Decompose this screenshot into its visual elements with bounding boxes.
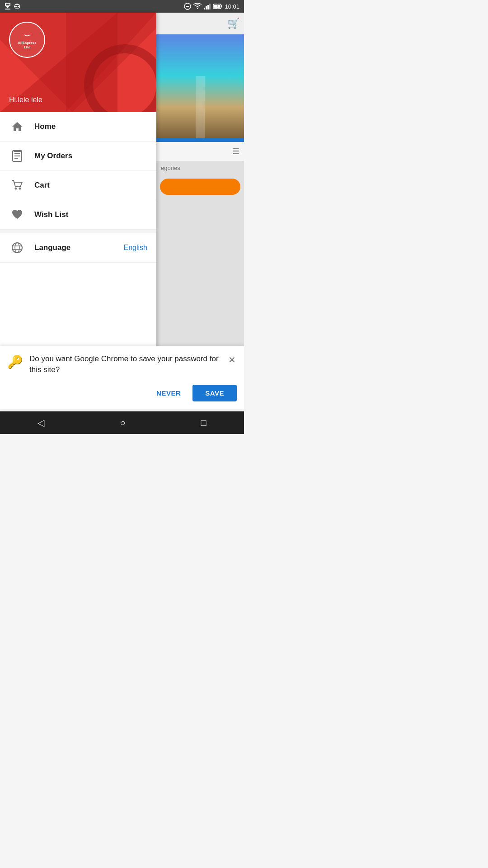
- svg-point-6: [15, 6, 17, 7]
- password-banner-text: Do you want Google Chrome to save your p…: [29, 354, 227, 376]
- language-icon: [9, 242, 25, 254]
- status-icons-left: [5, 3, 21, 10]
- svg-rect-14: [206, 6, 207, 9]
- lighthouse-image: [156, 34, 244, 138]
- bg-categories-hint: egories: [156, 161, 244, 175]
- svg-point-31: [12, 243, 22, 253]
- bg-image-area: [156, 34, 244, 138]
- svg-line-22: [217, 4, 218, 9]
- svg-rect-12: [186, 6, 189, 7]
- status-bar: 10:01: [0, 0, 244, 13]
- orders-icon: [9, 150, 25, 162]
- svg-marker-23: [12, 122, 22, 131]
- bg-orange-button: [160, 179, 240, 195]
- svg-point-30: [19, 188, 21, 190]
- save-button[interactable]: SAVE: [192, 385, 237, 401]
- svg-rect-8: [16, 4, 18, 5]
- svg-rect-28: [14, 150, 21, 152]
- cart-label: Cart: [34, 181, 147, 190]
- svg-point-32: [15, 243, 19, 253]
- logo-text: AllExpress Lite: [18, 41, 36, 49]
- status-icons-right: 10:01: [184, 3, 239, 10]
- road-line: [196, 76, 205, 138]
- drawer-item-language[interactable]: Language English: [0, 233, 156, 263]
- home-label: Home: [34, 122, 147, 131]
- battery-icon: [213, 3, 222, 9]
- bg-blue-bar: [156, 138, 244, 142]
- drawer-item-home[interactable]: Home: [0, 112, 156, 142]
- heart-icon: [9, 209, 25, 220]
- svg-rect-1: [5, 4, 6, 6]
- svg-marker-3: [5, 5, 10, 8]
- orders-label: My Orders: [34, 151, 147, 160]
- navigation-bar: ◁ ○ □: [0, 411, 244, 434]
- bg-content: 🛒 ☰ egories: [156, 13, 244, 386]
- svg-rect-2: [9, 4, 10, 6]
- svg-rect-13: [204, 8, 205, 9]
- password-banner: 🔑 Do you want Google Chrome to save your…: [0, 346, 244, 409]
- mute-icon: [184, 3, 191, 10]
- never-button[interactable]: NEVER: [149, 385, 188, 401]
- drawer-item-wish-list[interactable]: Wish List: [0, 200, 156, 230]
- download-icon: [5, 3, 11, 10]
- password-banner-actions: NEVER SAVE: [7, 385, 237, 401]
- hamburger-icon: ☰: [232, 146, 239, 156]
- svg-rect-16: [209, 4, 211, 9]
- drawer-divider: [0, 230, 156, 233]
- cart-icon: [9, 179, 25, 191]
- drawer-greeting: Hi,lele lele: [9, 96, 42, 104]
- drawer-menu: Home My Orders: [0, 112, 156, 386]
- home-icon: [9, 121, 25, 132]
- back-nav-icon[interactable]: ◁: [38, 417, 44, 428]
- language-value: English: [124, 244, 147, 252]
- logo-circle: ⌣ AllExpress Lite: [9, 22, 45, 58]
- svg-rect-9: [14, 6, 15, 7]
- bg-controls: ☰: [156, 142, 244, 161]
- status-time: 10:01: [225, 3, 239, 10]
- home-nav-icon[interactable]: ○: [120, 418, 125, 428]
- svg-rect-10: [19, 6, 20, 7]
- svg-point-29: [15, 188, 17, 190]
- signal-icon: [204, 3, 211, 9]
- key-icon: 🔑: [7, 354, 23, 369]
- drawer-header: ⌣ AllExpress Lite Hi,lele lele: [0, 13, 156, 112]
- drawer-item-cart[interactable]: Cart: [0, 171, 156, 200]
- wish-list-label: Wish List: [34, 210, 147, 219]
- robot-icon: [14, 3, 21, 10]
- password-banner-header: 🔑 Do you want Google Chrome to save your…: [7, 354, 237, 376]
- close-banner-button[interactable]: ✕: [227, 354, 237, 366]
- bg-cart-icon: 🛒: [227, 18, 239, 29]
- svg-rect-4: [5, 9, 10, 9]
- wifi-icon: [193, 3, 202, 9]
- language-label: Language: [34, 243, 124, 252]
- drawer: ⌣ AllExpress Lite Hi,lele lele Home: [0, 13, 156, 386]
- main-content: ⌣ AllExpress Lite Hi,lele lele Home: [0, 13, 244, 386]
- svg-rect-18: [221, 5, 222, 8]
- bg-top-bar: 🛒: [156, 13, 244, 34]
- recents-nav-icon[interactable]: □: [201, 418, 206, 428]
- svg-rect-15: [207, 5, 209, 9]
- svg-rect-0: [5, 3, 10, 4]
- drawer-item-my-orders[interactable]: My Orders: [0, 142, 156, 171]
- logo-smile-icon: ⌣: [24, 30, 30, 40]
- svg-point-7: [18, 6, 19, 7]
